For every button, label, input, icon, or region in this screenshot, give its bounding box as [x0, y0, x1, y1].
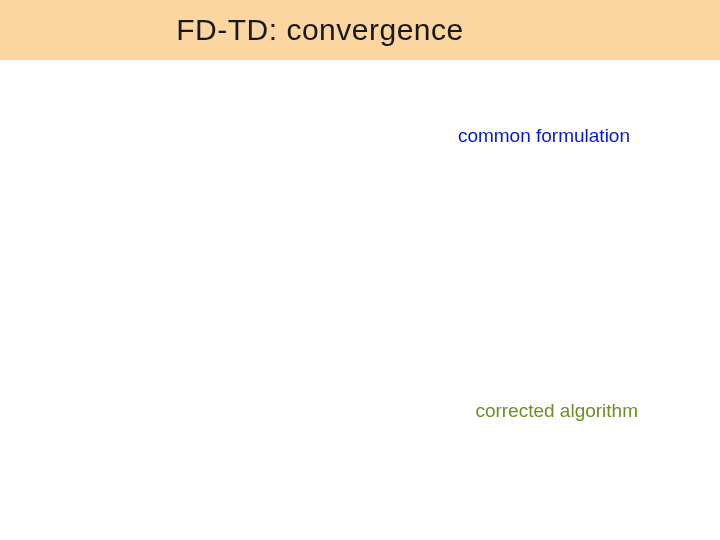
slide-title-bar: FD-TD: convergence	[0, 0, 720, 60]
label-common-formulation: common formulation	[458, 125, 630, 147]
slide-title: FD-TD: convergence	[176, 13, 463, 47]
label-corrected-algorithm: corrected algorithm	[475, 400, 638, 422]
